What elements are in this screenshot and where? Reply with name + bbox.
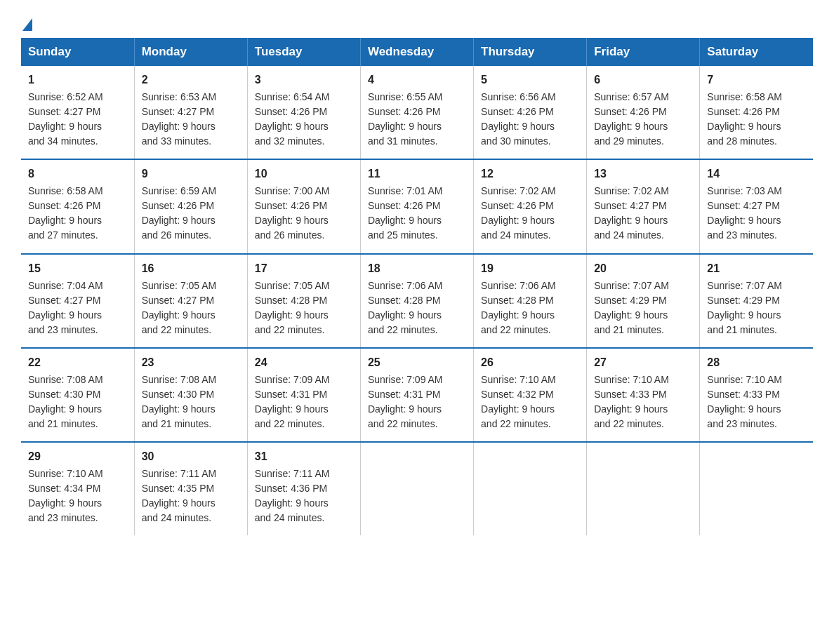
calendar-week-row: 22Sunrise: 7:08 AMSunset: 4:30 PMDayligh… xyxy=(21,348,813,442)
day-number: 11 xyxy=(368,166,466,182)
day-info: Sunrise: 7:05 AMSunset: 4:27 PMDaylight:… xyxy=(142,280,217,335)
day-number: 18 xyxy=(368,260,466,276)
calendar-day-cell: 14Sunrise: 7:03 AMSunset: 4:27 PMDayligh… xyxy=(700,159,813,253)
calendar-day-cell: 6Sunrise: 6:57 AMSunset: 4:26 PMDaylight… xyxy=(587,66,700,159)
calendar-day-cell: 28Sunrise: 7:10 AMSunset: 4:33 PMDayligh… xyxy=(700,348,813,442)
day-number: 29 xyxy=(28,448,127,464)
day-number: 2 xyxy=(142,72,240,88)
day-info: Sunrise: 7:02 AMSunset: 4:26 PMDaylight:… xyxy=(481,185,556,241)
day-number: 9 xyxy=(142,166,240,182)
day-info: Sunrise: 7:05 AMSunset: 4:28 PMDaylight:… xyxy=(255,280,330,335)
day-header-friday: Friday xyxy=(587,38,700,66)
day-header-saturday: Saturday xyxy=(700,38,813,66)
day-number: 10 xyxy=(255,166,353,182)
calendar-day-cell: 13Sunrise: 7:02 AMSunset: 4:27 PMDayligh… xyxy=(587,159,700,253)
calendar-day-cell xyxy=(700,442,813,535)
day-header-wednesday: Wednesday xyxy=(360,38,473,66)
calendar-day-cell: 26Sunrise: 7:10 AMSunset: 4:32 PMDayligh… xyxy=(474,348,587,442)
day-info: Sunrise: 6:58 AMSunset: 4:26 PMDaylight:… xyxy=(28,185,103,241)
calendar-day-cell: 9Sunrise: 6:59 AMSunset: 4:26 PMDaylight… xyxy=(134,159,247,253)
day-number: 24 xyxy=(255,354,353,370)
calendar-header-row: SundayMondayTuesdayWednesdayThursdayFrid… xyxy=(21,38,813,66)
day-number: 27 xyxy=(594,354,692,370)
calendar-day-cell: 8Sunrise: 6:58 AMSunset: 4:26 PMDaylight… xyxy=(21,159,134,253)
calendar-day-cell: 21Sunrise: 7:07 AMSunset: 4:29 PMDayligh… xyxy=(700,254,813,348)
calendar-day-cell: 7Sunrise: 6:58 AMSunset: 4:26 PMDaylight… xyxy=(700,66,813,159)
calendar-day-cell: 3Sunrise: 6:54 AMSunset: 4:26 PMDaylight… xyxy=(247,66,360,159)
day-number: 17 xyxy=(255,260,353,276)
day-info: Sunrise: 6:53 AMSunset: 4:27 PMDaylight:… xyxy=(142,91,217,147)
day-info: Sunrise: 6:59 AMSunset: 4:26 PMDaylight:… xyxy=(142,185,217,241)
day-number: 3 xyxy=(255,72,353,88)
day-info: Sunrise: 7:06 AMSunset: 4:28 PMDaylight:… xyxy=(368,280,443,335)
page-header xyxy=(21,14,813,31)
calendar-day-cell: 24Sunrise: 7:09 AMSunset: 4:31 PMDayligh… xyxy=(247,348,360,442)
day-number: 23 xyxy=(142,354,240,370)
day-number: 13 xyxy=(594,166,692,182)
day-number: 6 xyxy=(594,72,692,88)
day-info: Sunrise: 7:10 AMSunset: 4:32 PMDaylight:… xyxy=(481,374,556,429)
calendar-day-cell: 10Sunrise: 7:00 AMSunset: 4:26 PMDayligh… xyxy=(247,159,360,253)
calendar-day-cell xyxy=(474,442,587,535)
calendar-day-cell: 30Sunrise: 7:11 AMSunset: 4:35 PMDayligh… xyxy=(134,442,247,535)
day-info: Sunrise: 7:08 AMSunset: 4:30 PMDaylight:… xyxy=(28,374,103,429)
day-info: Sunrise: 6:52 AMSunset: 4:27 PMDaylight:… xyxy=(28,91,103,147)
day-info: Sunrise: 7:10 AMSunset: 4:33 PMDaylight:… xyxy=(707,374,782,429)
calendar-day-cell: 27Sunrise: 7:10 AMSunset: 4:33 PMDayligh… xyxy=(587,348,700,442)
day-info: Sunrise: 6:55 AMSunset: 4:26 PMDaylight:… xyxy=(368,91,443,147)
day-info: Sunrise: 6:57 AMSunset: 4:26 PMDaylight:… xyxy=(594,91,669,147)
day-info: Sunrise: 7:11 AMSunset: 4:36 PMDaylight:… xyxy=(255,468,330,523)
day-number: 31 xyxy=(255,448,353,464)
calendar-day-cell: 4Sunrise: 6:55 AMSunset: 4:26 PMDaylight… xyxy=(360,66,473,159)
day-number: 20 xyxy=(594,260,692,276)
day-number: 7 xyxy=(707,72,806,88)
calendar-week-row: 1Sunrise: 6:52 AMSunset: 4:27 PMDaylight… xyxy=(21,66,813,159)
day-info: Sunrise: 7:09 AMSunset: 4:31 PMDaylight:… xyxy=(255,374,330,429)
calendar-day-cell: 17Sunrise: 7:05 AMSunset: 4:28 PMDayligh… xyxy=(247,254,360,348)
calendar-day-cell xyxy=(360,442,473,535)
calendar-day-cell: 2Sunrise: 6:53 AMSunset: 4:27 PMDaylight… xyxy=(134,66,247,159)
calendar-day-cell: 25Sunrise: 7:09 AMSunset: 4:31 PMDayligh… xyxy=(360,348,473,442)
calendar-day-cell: 16Sunrise: 7:05 AMSunset: 4:27 PMDayligh… xyxy=(134,254,247,348)
day-number: 14 xyxy=(707,166,806,182)
day-info: Sunrise: 7:08 AMSunset: 4:30 PMDaylight:… xyxy=(142,374,217,429)
calendar-day-cell: 15Sunrise: 7:04 AMSunset: 4:27 PMDayligh… xyxy=(21,254,134,348)
calendar-week-row: 15Sunrise: 7:04 AMSunset: 4:27 PMDayligh… xyxy=(21,254,813,348)
day-number: 1 xyxy=(28,72,127,88)
day-number: 26 xyxy=(481,354,579,370)
day-header-monday: Monday xyxy=(134,38,247,66)
day-info: Sunrise: 7:01 AMSunset: 4:26 PMDaylight:… xyxy=(368,185,443,241)
calendar-day-cell: 29Sunrise: 7:10 AMSunset: 4:34 PMDayligh… xyxy=(21,442,134,535)
calendar-day-cell: 18Sunrise: 7:06 AMSunset: 4:28 PMDayligh… xyxy=(360,254,473,348)
day-number: 8 xyxy=(28,166,127,182)
calendar-week-row: 29Sunrise: 7:10 AMSunset: 4:34 PMDayligh… xyxy=(21,442,813,535)
calendar-day-cell: 20Sunrise: 7:07 AMSunset: 4:29 PMDayligh… xyxy=(587,254,700,348)
day-number: 21 xyxy=(707,260,806,276)
day-info: Sunrise: 7:11 AMSunset: 4:35 PMDaylight:… xyxy=(142,468,217,523)
calendar-week-row: 8Sunrise: 6:58 AMSunset: 4:26 PMDaylight… xyxy=(21,159,813,253)
logo-triangle-icon xyxy=(22,18,32,31)
day-info: Sunrise: 6:56 AMSunset: 4:26 PMDaylight:… xyxy=(481,91,556,147)
day-info: Sunrise: 7:10 AMSunset: 4:34 PMDaylight:… xyxy=(28,468,103,523)
calendar-day-cell: 11Sunrise: 7:01 AMSunset: 4:26 PMDayligh… xyxy=(360,159,473,253)
calendar-day-cell xyxy=(587,442,700,535)
day-info: Sunrise: 6:54 AMSunset: 4:26 PMDaylight:… xyxy=(255,91,330,147)
day-info: Sunrise: 7:07 AMSunset: 4:29 PMDaylight:… xyxy=(707,280,782,335)
day-number: 28 xyxy=(707,354,806,370)
day-info: Sunrise: 7:07 AMSunset: 4:29 PMDaylight:… xyxy=(594,280,669,335)
calendar-day-cell: 1Sunrise: 6:52 AMSunset: 4:27 PMDaylight… xyxy=(21,66,134,159)
day-info: Sunrise: 7:10 AMSunset: 4:33 PMDaylight:… xyxy=(594,374,669,429)
calendar-day-cell: 19Sunrise: 7:06 AMSunset: 4:28 PMDayligh… xyxy=(474,254,587,348)
day-header-sunday: Sunday xyxy=(21,38,134,66)
calendar-day-cell: 31Sunrise: 7:11 AMSunset: 4:36 PMDayligh… xyxy=(247,442,360,535)
calendar-day-cell: 23Sunrise: 7:08 AMSunset: 4:30 PMDayligh… xyxy=(134,348,247,442)
day-number: 15 xyxy=(28,260,127,276)
logo-general xyxy=(21,20,32,32)
day-number: 5 xyxy=(481,72,579,88)
logo xyxy=(21,14,32,31)
calendar-day-cell: 5Sunrise: 6:56 AMSunset: 4:26 PMDaylight… xyxy=(474,66,587,159)
day-info: Sunrise: 7:03 AMSunset: 4:27 PMDaylight:… xyxy=(707,185,782,241)
day-header-thursday: Thursday xyxy=(474,38,587,66)
day-number: 30 xyxy=(142,448,240,464)
calendar-day-cell: 12Sunrise: 7:02 AMSunset: 4:26 PMDayligh… xyxy=(474,159,587,253)
